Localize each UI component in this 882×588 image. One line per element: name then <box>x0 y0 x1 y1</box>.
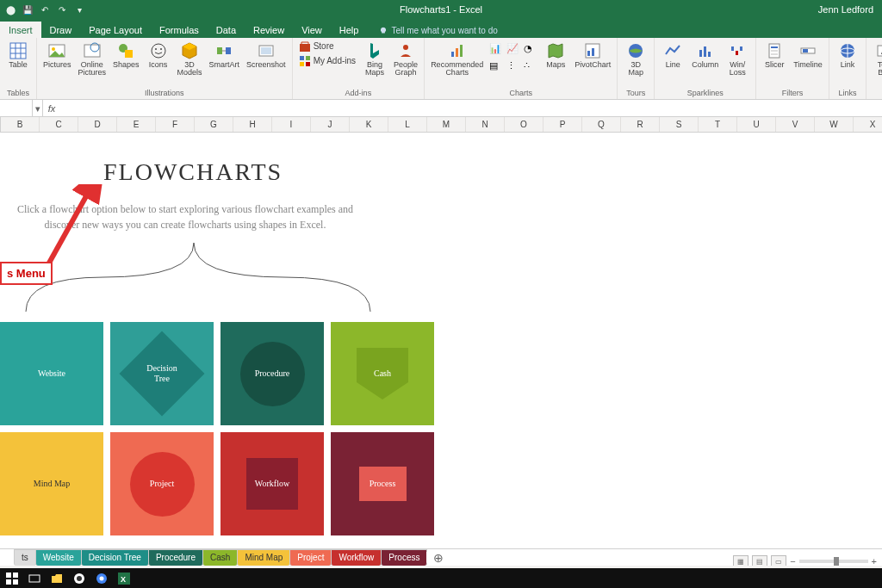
column-header-D[interactable]: D <box>78 117 117 132</box>
formula-input[interactable] <box>60 100 882 116</box>
link-button[interactable]: Link <box>833 40 862 71</box>
sheet-tab-mind-map[interactable]: Mind Map <box>237 549 290 566</box>
tile-project[interactable]: Project <box>110 432 214 535</box>
group-text-label: Text <box>870 88 882 99</box>
column-header-I[interactable]: I <box>272 117 311 132</box>
tile-process[interactable]: Process <box>331 432 434 535</box>
tile-procedure[interactable]: Procedure <box>220 322 324 425</box>
3d-models-button[interactable]: 3D Models <box>175 40 205 79</box>
bing-maps-button[interactable]: Bing Maps <box>360 40 389 79</box>
chart-pie-icon[interactable]: ◔ <box>524 43 537 57</box>
file-explorer-button[interactable] <box>50 572 64 585</box>
tab-formulas[interactable]: Formulas <box>151 22 208 38</box>
tab-help[interactable]: Help <box>331 22 368 38</box>
column-header-L[interactable]: L <box>388 117 427 132</box>
people-graph-button[interactable]: People Graph <box>391 40 420 79</box>
task-view-button[interactable] <box>28 572 41 585</box>
undo-icon[interactable]: ↶ <box>40 4 50 15</box>
tab-page-layout[interactable]: Page Layout <box>80 22 151 38</box>
column-header-O[interactable]: O <box>505 117 543 132</box>
my-addins-button[interactable]: My Add-ins <box>296 54 358 68</box>
screenshot-button[interactable]: Screenshot <box>244 40 289 71</box>
chart-hier-icon[interactable]: ▤ <box>489 60 503 74</box>
column-header-M[interactable]: M <box>427 117 466 132</box>
sparkline-line-button[interactable]: Line <box>658 40 687 71</box>
timeline-button[interactable]: Timeline <box>791 40 825 71</box>
textbox-button[interactable]: AText Box <box>870 40 882 79</box>
sheet-tab-ts[interactable]: ts <box>14 549 36 566</box>
online-pictures-button[interactable]: Online Pictures <box>76 40 109 79</box>
excel-taskbar-button[interactable]: X <box>117 572 131 585</box>
tab-view[interactable]: View <box>293 22 331 38</box>
column-header-J[interactable]: J <box>311 117 350 132</box>
column-header-S[interactable]: S <box>660 117 699 132</box>
column-header-E[interactable]: E <box>117 117 156 132</box>
chart-line-icon[interactable]: 📈 <box>506 43 520 57</box>
column-header-T[interactable]: T <box>699 117 737 132</box>
sheet-tab-process[interactable]: Process <box>381 549 427 566</box>
column-header-K[interactable]: K <box>350 117 388 132</box>
tile-workflow[interactable]: Workflow <box>220 432 324 535</box>
sparkline-column-button[interactable]: Column <box>689 40 721 71</box>
sheet-tab-decision-tree[interactable]: Decision Tree <box>81 549 149 566</box>
column-header-H[interactable]: H <box>233 117 272 132</box>
sheet-tab-procedure[interactable]: Procedure <box>148 549 203 566</box>
tab-review[interactable]: Review <box>245 22 293 38</box>
tab-insert[interactable]: Insert <box>0 22 41 38</box>
tile-mind-map[interactable]: Mind Map <box>0 432 103 535</box>
column-header-G[interactable]: G <box>195 117 233 132</box>
svg-rect-20 <box>300 56 304 60</box>
store-button[interactable]: Store <box>296 40 358 53</box>
tile-decision-tree[interactable]: Decision Tree <box>110 322 214 425</box>
column-header-X[interactable]: X <box>854 117 882 132</box>
sheet-tab-cash[interactable]: Cash <box>202 549 238 566</box>
chart-bar-icon[interactable]: 📊 <box>489 43 503 57</box>
column-header-B[interactable]: B <box>1 117 40 132</box>
3d-map-button[interactable]: 3D Map <box>621 40 650 79</box>
column-header-Q[interactable]: Q <box>582 117 621 132</box>
browser-button[interactable] <box>72 572 86 585</box>
new-sheet-button[interactable]: ⊕ <box>426 552 450 564</box>
qat-dropdown-icon[interactable]: ▾ <box>74 4 84 15</box>
column-header-R[interactable]: R <box>621 117 660 132</box>
user-name[interactable]: Jenn Ledford <box>818 4 882 15</box>
worksheet-area[interactable]: FLOWCHARTS Click a flowchart option belo… <box>0 133 882 558</box>
column-header-C[interactable]: C <box>40 117 78 132</box>
sheet-tab-website[interactable]: Website <box>35 549 82 566</box>
tab-draw[interactable]: Draw <box>41 22 81 38</box>
name-box[interactable] <box>0 100 33 116</box>
sheet-tab-workflow[interactable]: Workflow <box>331 549 382 566</box>
column-header-P[interactable]: P <box>543 117 582 132</box>
autosave-toggle[interactable]: ⬤ <box>5 4 16 15</box>
recommended-charts-button[interactable]: Recommended Charts <box>428 40 486 79</box>
tell-me-search[interactable]: Tell me what you want to do <box>374 23 502 38</box>
tab-data[interactable]: Data <box>208 22 245 38</box>
column-header-U[interactable]: U <box>737 117 776 132</box>
pivotchart-button[interactable]: PivotChart <box>572 40 613 71</box>
column-header-V[interactable]: V <box>776 117 815 132</box>
pictures-button[interactable]: Pictures <box>40 40 74 71</box>
name-box-dropdown[interactable]: ▾ <box>33 100 43 116</box>
sparkline-winloss-button[interactable]: Win/ Loss <box>723 40 752 79</box>
table-button[interactable]: Table <box>3 40 33 71</box>
redo-icon[interactable]: ↷ <box>57 4 67 15</box>
shapes-button[interactable]: Shapes <box>110 40 142 71</box>
sheet-tab-project[interactable]: Project <box>289 549 332 566</box>
svg-rect-10 <box>125 50 133 58</box>
save-icon[interactable]: 💾 <box>22 4 33 15</box>
column-header-N[interactable]: N <box>466 117 505 132</box>
chart-stat-icon[interactable]: ⋮ <box>506 60 520 74</box>
slicer-button[interactable]: Slicer <box>760 40 789 71</box>
start-button[interactable] <box>5 572 19 585</box>
tile-cash[interactable]: Cash <box>331 322 434 425</box>
fx-button[interactable]: fx <box>43 103 60 114</box>
zoom-slider[interactable] <box>799 560 868 563</box>
chrome-button[interactable] <box>95 572 109 585</box>
maps-button[interactable]: Maps <box>541 40 570 71</box>
column-header-F[interactable]: F <box>156 117 195 132</box>
smartart-button[interactable]: SmartArt <box>207 40 243 71</box>
column-header-W[interactable]: W <box>815 117 854 132</box>
chart-scatter-icon[interactable]: ∴ <box>524 60 537 74</box>
icons-button[interactable]: Icons <box>144 40 173 71</box>
tile-website[interactable]: Website <box>0 322 103 425</box>
